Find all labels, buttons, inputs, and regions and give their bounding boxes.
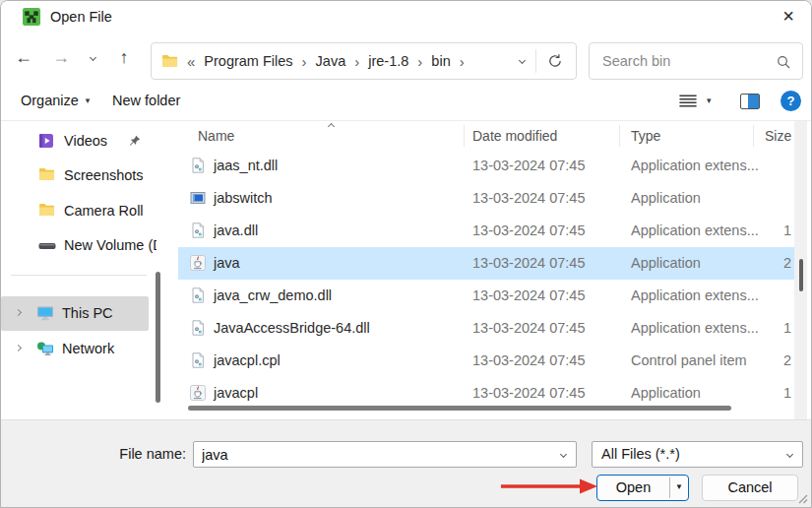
open-button[interactable]: Open ▼ <box>596 475 689 501</box>
breadcrumb-separator[interactable]: › <box>302 53 307 70</box>
annotation-arrow <box>499 476 599 497</box>
open-dropdown-icon[interactable]: ▼ <box>670 476 688 500</box>
dialog-content: Videos Screenshots Camera Roll New Volum… <box>1 121 811 419</box>
file-name: java <box>214 247 240 280</box>
file-date: 13-03-2024 07:45 <box>472 150 586 182</box>
sidebar-item-this-pc[interactable]: This PC <box>1 296 149 331</box>
open-file-dialog: Open File × ← → ↑ « Program Files › Java… <box>0 0 812 508</box>
resize-grip[interactable] <box>796 492 809 505</box>
new-folder-button[interactable]: New folder <box>112 81 180 120</box>
vertical-scrollbar-track[interactable] <box>794 121 807 419</box>
file-name: jaas_nt.dll <box>214 150 278 182</box>
breadcrumb-prefix[interactable]: « <box>187 53 195 70</box>
up-button[interactable]: ↑ <box>109 42 139 72</box>
table-row[interactable]: java_crw_demo.dll 13-03-2024 07:45 Appli… <box>178 280 794 312</box>
search-box <box>589 42 803 80</box>
file-size: 2 <box>742 345 791 377</box>
dll-file-icon <box>190 222 206 238</box>
column-divider[interactable] <box>753 125 754 147</box>
app-icon <box>23 8 40 26</box>
file-date: 13-03-2024 07:45 <box>472 345 586 377</box>
sidebar-item-label: Network <box>62 332 114 366</box>
breadcrumb-segment[interactable]: bin <box>431 53 450 69</box>
column-header-name[interactable]: Name <box>198 121 234 151</box>
file-date: 13-03-2024 07:45 <box>472 215 586 247</box>
column-header-type[interactable]: Type <box>631 121 660 151</box>
file-date: 13-03-2024 07:45 <box>472 247 586 280</box>
breadcrumb-separator[interactable]: › <box>354 53 359 70</box>
breadcrumb-segment[interactable]: Program Files <box>204 53 292 69</box>
organize-button[interactable]: Organize ▾ <box>21 81 90 120</box>
column-header-size[interactable]: Size <box>765 121 791 151</box>
breadcrumb-segment[interactable]: Java <box>316 53 346 69</box>
application-file-icon <box>190 190 206 206</box>
navigation-bar: ← → ↑ « Program Files › Java › jre-1.8 ›… <box>1 33 811 81</box>
column-header-date-modified[interactable]: Date modified <box>472 121 557 151</box>
breadcrumb: « Program Files › Java › jre-1.8 › bin › <box>161 43 465 79</box>
cancel-button[interactable]: Cancel <box>702 475 798 501</box>
vertical-scrollbar-thumb[interactable] <box>799 259 803 291</box>
divider <box>535 49 536 73</box>
pin-icon <box>129 135 141 147</box>
refresh-button[interactable] <box>542 52 568 70</box>
sidebar-item-label: Camera Roll <box>64 194 144 228</box>
dll-file-icon <box>190 287 206 303</box>
column-header-row: Name Date modified Type Size <box>178 121 794 150</box>
recent-locations-button[interactable] <box>82 42 103 72</box>
address-dropdown-icon[interactable] <box>519 57 526 64</box>
column-divider[interactable] <box>464 125 465 147</box>
close-icon[interactable]: × <box>766 1 811 33</box>
sidebar-item-camera-roll[interactable]: Camera Roll <box>1 194 156 228</box>
file-date: 13-03-2024 07:45 <box>472 182 586 215</box>
view-options-caret-icon[interactable]: ▾ <box>707 95 712 105</box>
file-type: Application <box>631 247 701 280</box>
dialog-footer: File name: All Files (*.*) Open ▼ Cancel <box>1 419 811 508</box>
list-view-icon[interactable] <box>678 94 698 108</box>
breadcrumb-separator[interactable]: › <box>460 53 465 70</box>
window-title: Open File <box>50 1 112 33</box>
address-bar[interactable]: « Program Files › Java › jre-1.8 › bin › <box>151 42 577 80</box>
sidebar-scrollbar[interactable] <box>156 272 160 403</box>
file-size: 1 <box>742 312 791 345</box>
forward-button[interactable]: → <box>46 42 76 72</box>
title-bar: Open File × <box>1 1 811 33</box>
breadcrumb-separator[interactable]: › <box>417 53 422 70</box>
back-button[interactable]: ← <box>9 42 38 72</box>
file-size: 1 <box>742 215 791 247</box>
table-row[interactable]: jabswitch 13-03-2024 07:45 Application <box>178 182 794 215</box>
sidebar-item-screenshots[interactable]: Screenshots <box>1 159 156 193</box>
table-row[interactable]: jaas_nt.dll 13-03-2024 07:45 Application… <box>178 150 794 182</box>
file-type-select[interactable]: All Files (*.*) <box>592 441 803 468</box>
java-file-icon <box>190 255 206 271</box>
file-type: Control panel item <box>631 345 747 377</box>
help-button[interactable]: ? <box>781 91 801 111</box>
preview-pane-icon[interactable] <box>740 94 760 109</box>
file-type: Application extens... <box>631 215 759 247</box>
column-divider[interactable] <box>619 125 620 147</box>
preview-pane-fill <box>748 95 759 108</box>
file-type: Application extens... <box>631 280 759 312</box>
breadcrumb-segment[interactable]: jre-1.8 <box>368 53 408 69</box>
chevron-right-icon[interactable] <box>15 345 22 351</box>
search-input[interactable] <box>590 43 802 79</box>
chevron-right-icon[interactable] <box>15 309 22 316</box>
table-row[interactable]: java.dll 13-03-2024 07:45 Application ex… <box>178 215 794 247</box>
open-button-label: Open <box>597 476 669 500</box>
file-name-label: File name: <box>1 441 186 468</box>
folder-icon <box>161 54 178 68</box>
file-rows: jaas_nt.dll 13-03-2024 07:45 Application… <box>178 150 794 410</box>
file-type: Application extens... <box>631 150 759 182</box>
table-row[interactable]: javacpl.cpl 13-03-2024 07:45 Control pan… <box>178 345 794 377</box>
sidebar-item-new-volume[interactable]: New Volume (D: <box>1 228 156 263</box>
table-row[interactable]: JavaAccessBridge-64.dll 13-03-2024 07:45… <box>178 312 794 345</box>
file-name: JavaAccessBridge-64.dll <box>214 312 370 345</box>
sidebar-item-network[interactable]: Network <box>1 332 156 366</box>
file-date: 13-03-2024 07:45 <box>472 280 586 312</box>
sidebar-item-videos[interactable]: Videos <box>1 124 156 159</box>
horizontal-scrollbar[interactable] <box>188 406 731 411</box>
file-name-combo <box>193 441 577 468</box>
file-name-input[interactable] <box>194 442 576 467</box>
file-name: jabswitch <box>214 182 273 215</box>
table-row-selected[interactable]: java 13-03-2024 07:45 Application 2 <box>178 247 794 280</box>
search-icon <box>776 54 791 70</box>
